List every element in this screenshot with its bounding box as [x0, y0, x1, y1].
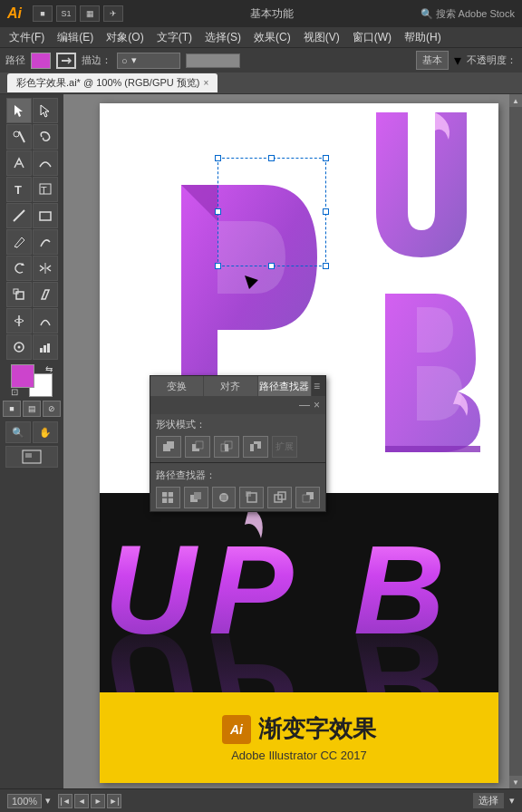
- zoom-tool[interactable]: 🔍: [5, 421, 31, 443]
- doc-tab-close-button[interactable]: ×: [203, 78, 208, 88]
- shape-modes-label: 形状模式：: [150, 414, 325, 433]
- menu-object[interactable]: 对象(O): [101, 28, 149, 47]
- panel-title-bar: 变换 对齐 路径查找器 ≡: [150, 376, 325, 396]
- pathfinder-crop-button[interactable]: [239, 487, 264, 508]
- opacity-label: 不透明度：: [467, 53, 517, 67]
- extra-color-tools: ■ ▤ ⊘: [3, 401, 61, 417]
- zoom-value[interactable]: 100%: [7, 794, 42, 808]
- shear-tool[interactable]: [33, 282, 58, 307]
- pathfinder-expand-button[interactable]: 扩展: [272, 436, 297, 458]
- pathfinder-unite-button[interactable]: [156, 436, 181, 458]
- zoom-control[interactable]: 100% ▾: [7, 794, 51, 808]
- svg-text:P: P: [208, 606, 294, 692]
- scroll-up-arrow[interactable]: ▲: [509, 94, 522, 107]
- rotate-tool[interactable]: [6, 256, 32, 281]
- right-scrollbar[interactable]: ▲ ▼: [509, 94, 522, 788]
- menu-select[interactable]: 选择(S): [199, 28, 246, 47]
- status-dropdown-icon[interactable]: ▾: [509, 795, 515, 807]
- pathfinder-divide-button[interactable]: [156, 487, 180, 508]
- pathfinder-exclude-button[interactable]: [243, 436, 268, 458]
- svg-rect-40: [194, 492, 201, 499]
- fg-bg-color-selector[interactable]: ⇆ ⊡: [11, 364, 53, 397]
- line-tool[interactable]: [6, 203, 32, 228]
- chart-tool[interactable]: [33, 334, 58, 360]
- pathfinder-minus-back-button[interactable]: [295, 487, 320, 508]
- scroll-down-arrow[interactable]: ▼: [509, 776, 522, 788]
- page-last-button[interactable]: ►|: [107, 794, 121, 808]
- tool-row-8: [6, 282, 58, 307]
- gradient-btn[interactable]: ▤: [23, 401, 41, 417]
- magic-wand-tool[interactable]: [6, 124, 32, 150]
- fill-color-swatch[interactable]: [31, 53, 51, 69]
- title-icon-2[interactable]: S1: [56, 5, 76, 22]
- title-icons: ■ S1 ▦ ✈: [33, 5, 123, 22]
- symbol-tool[interactable]: [6, 334, 32, 360]
- menu-help[interactable]: 帮助(H): [399, 28, 447, 47]
- direct-selection-tool[interactable]: [33, 98, 58, 123]
- view-tools-row: 🔍 ✋: [5, 421, 58, 443]
- pathfinder-trim-button[interactable]: [184, 487, 208, 508]
- rect-tool[interactable]: [33, 203, 58, 228]
- panel-close-button[interactable]: ×: [314, 399, 320, 411]
- menu-text[interactable]: 文字(T): [151, 28, 198, 47]
- menu-view[interactable]: 视图(V): [298, 28, 345, 47]
- page-prev-button[interactable]: ◄: [74, 794, 89, 808]
- panel-tab-align[interactable]: 对齐: [204, 376, 257, 396]
- reflect-tool[interactable]: [33, 256, 58, 281]
- selection-tool[interactable]: [6, 98, 32, 123]
- title-icon-4[interactable]: ✈: [103, 5, 123, 22]
- reshape-tool[interactable]: [33, 308, 58, 334]
- doc-tab-name: 彩色字效果.ai* @ 100% (RGB/GPU 预览): [16, 76, 199, 90]
- smooth-tool[interactable]: [33, 229, 58, 255]
- menu-edit[interactable]: 编辑(E): [52, 28, 99, 47]
- title-icon-3[interactable]: ▦: [80, 5, 100, 22]
- lasso-tool[interactable]: [33, 124, 58, 150]
- zoom-dropdown-icon[interactable]: ▾: [45, 795, 51, 807]
- width-tool[interactable]: [6, 308, 32, 334]
- svg-rect-27: [167, 441, 174, 449]
- foreground-color[interactable]: [11, 364, 34, 388]
- pathfinder-minus-front-button[interactable]: [185, 436, 210, 458]
- default-colors-icon[interactable]: ⊡: [11, 387, 18, 397]
- svg-rect-18: [25, 453, 32, 458]
- panel-divider: [150, 462, 325, 463]
- svg-rect-32: [225, 444, 228, 451]
- artboard-tools-row: [5, 446, 58, 468]
- svg-line-5: [14, 210, 24, 221]
- pathfinder-intersect-button[interactable]: [214, 436, 239, 458]
- path-finder-label: 路径查找器：: [150, 465, 325, 484]
- menu-file[interactable]: 文件(F): [4, 28, 50, 47]
- pencil-tool[interactable]: [6, 229, 32, 255]
- pen-tool[interactable]: [6, 150, 32, 176]
- menu-window[interactable]: 窗口(W): [347, 28, 397, 47]
- title-center-text: 基本功能: [130, 6, 413, 22]
- color-mode-btn[interactable]: ■: [3, 401, 21, 417]
- document-tab[interactable]: 彩色字效果.ai* @ 100% (RGB/GPU 预览) ×: [7, 73, 218, 92]
- area-type-tool[interactable]: T: [33, 177, 58, 202]
- title-icon-1[interactable]: ■: [33, 5, 53, 22]
- type-tool[interactable]: T: [6, 177, 32, 202]
- page-first-button[interactable]: |◄: [58, 794, 72, 808]
- scale-tool[interactable]: [6, 282, 32, 307]
- panel-tab-pathfinder[interactable]: 路径查找器: [258, 376, 312, 396]
- none-btn[interactable]: ⊘: [43, 401, 61, 417]
- svg-rect-29: [196, 441, 203, 449]
- swap-colors-icon[interactable]: ⇆: [45, 364, 53, 374]
- canvas-black-section: U P B U P B: [100, 493, 498, 692]
- canvas-area: U P B U P B Ai 渐变字效果: [63, 94, 509, 788]
- panel-tab-transform[interactable]: 变换: [150, 376, 204, 396]
- status-mode-label: 选择: [473, 793, 504, 808]
- artboard-tool[interactable]: [5, 446, 58, 468]
- panel-menu-button[interactable]: ≡: [314, 380, 320, 392]
- pathfinder-outline-button[interactable]: [267, 487, 292, 508]
- panel-minimize-button[interactable]: —: [299, 399, 310, 411]
- pathfinder-panel: 变换 对齐 路径查找器 ≡ — × 形状模式：: [150, 375, 326, 512]
- pathfinder-merge-button[interactable]: [212, 487, 237, 508]
- stroke-weight-dropdown[interactable]: ○▾: [117, 53, 180, 69]
- curvature-tool[interactable]: [33, 150, 58, 176]
- menu-effect[interactable]: 效果(C): [248, 28, 296, 47]
- hand-tool[interactable]: ✋: [33, 421, 58, 443]
- banner-title: 渐变字效果: [258, 713, 376, 745]
- svg-rect-9: [16, 292, 24, 299]
- page-next-button[interactable]: ►: [91, 794, 105, 808]
